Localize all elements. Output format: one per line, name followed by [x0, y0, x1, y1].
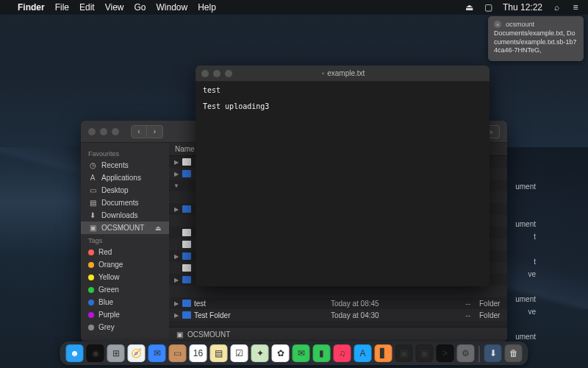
file-icon: [182, 241, 191, 248]
sidebar-item-label: Documents: [101, 199, 139, 207]
row-date: Today at 08:45: [331, 300, 441, 308]
clock[interactable]: Thu 12:22: [503, 2, 542, 13]
back-button[interactable]: ‹: [131, 125, 147, 138]
editor-titlebar[interactable]: ▫ example.txt: [196, 66, 490, 82]
dock-game[interactable]: ▣: [395, 344, 413, 362]
minimize-button[interactable]: [100, 128, 107, 135]
dock-launchpad[interactable]: ⊞: [107, 344, 125, 362]
notification[interactable]: × ocsmount Documents/example.txt, Docume…: [488, 16, 584, 61]
kind-fragment: [496, 193, 540, 205]
minimize-button[interactable]: [213, 70, 220, 77]
sidebar-tag-green[interactable]: Green: [81, 283, 169, 296]
finder-sidebar: Favourites ◷RecentsAApplications▭Desktop…: [81, 143, 169, 342]
notification-body: Documents/example.txt, Documents/example…: [494, 29, 578, 55]
zoom-button[interactable]: [225, 70, 232, 77]
sidebar-tag-red[interactable]: Red: [81, 246, 169, 258]
kind-column-peek: umentumentttveumentveument: [496, 143, 540, 343]
disclosure-icon[interactable]: ▶: [173, 171, 179, 177]
sidebar-tag-yellow[interactable]: Yellow: [81, 271, 169, 283]
sidebar-tag-grey[interactable]: Grey: [81, 321, 169, 333]
dock-downloads[interactable]: ⬇: [484, 344, 502, 362]
disclosure-icon[interactable]: ▶: [173, 253, 179, 260]
document-icon: ▫: [322, 69, 325, 77]
dock-appstore[interactable]: A: [354, 344, 372, 362]
table-row[interactable]: [169, 286, 507, 297]
sidebar-item-downloads[interactable]: ⬇Downloads: [81, 209, 169, 222]
dock-finder[interactable]: ☻: [66, 344, 84, 362]
sidebar-item-desktop[interactable]: ▭Desktop: [81, 184, 169, 197]
menu-help[interactable]: Help: [198, 2, 216, 13]
dock-game2[interactable]: ▣: [416, 344, 434, 362]
sidebar-item-documents[interactable]: ▤Documents: [81, 197, 169, 209]
forward-button[interactable]: ›: [147, 125, 163, 138]
menu-edit[interactable]: Edit: [79, 2, 95, 13]
tag-label: Grey: [98, 323, 115, 331]
folder-icon: [182, 300, 191, 307]
disclosure-icon[interactable]: ▶: [173, 312, 179, 319]
eject-icon[interactable]: ⏏: [155, 224, 162, 232]
sidebar-tag-blue[interactable]: Blue: [81, 296, 169, 308]
zoom-button[interactable]: [112, 128, 119, 135]
dock-notes[interactable]: ▤: [210, 344, 228, 362]
disclosure-icon[interactable]: ▶: [173, 300, 179, 307]
sidebar-item-recents[interactable]: ◷Recents: [81, 159, 169, 171]
tag-label: Orange: [98, 261, 123, 269]
notifications-icon[interactable]: ≡: [570, 2, 581, 13]
sidebar-item-ocsmount[interactable]: ▣OCSMOUNT⏏: [81, 222, 169, 234]
dock-calendar[interactable]: 16: [190, 344, 207, 362]
close-button[interactable]: [88, 128, 96, 135]
notification-app: ocsmount: [506, 21, 534, 28]
menu-file[interactable]: File: [55, 2, 69, 13]
dock-mail[interactable]: ✉: [148, 344, 166, 362]
menu-go[interactable]: Go: [135, 2, 146, 13]
dock-itunes[interactable]: ♫: [334, 344, 351, 362]
dock-preferences[interactable]: ⚙: [457, 344, 475, 362]
dock-safari[interactable]: 🧭: [128, 344, 146, 362]
file-icon: [182, 264, 191, 272]
sidebar-tags-header: Tags: [81, 234, 169, 246]
sidebar-item-applications[interactable]: AApplications: [81, 171, 169, 184]
disclosure-icon[interactable]: ▼: [173, 183, 179, 189]
dock-maps[interactable]: ✦: [251, 344, 269, 362]
folder-icon: [182, 276, 191, 283]
dock-contacts[interactable]: ▭: [169, 344, 187, 362]
disclosure-icon[interactable]: ▶: [173, 206, 179, 213]
dock-facetime[interactable]: ▮: [313, 344, 331, 362]
editor-content[interactable]: test Test uploading3: [196, 82, 490, 286]
path-bar[interactable]: ▣ OCSMOUNT: [169, 327, 507, 342]
dock-trash[interactable]: 🗑: [505, 344, 523, 362]
kind-fragment: [496, 168, 540, 180]
menu-view[interactable]: View: [105, 2, 124, 13]
app-menu[interactable]: Finder: [18, 2, 45, 13]
sidebar-favourites-header: Favourites: [81, 147, 169, 159]
close-icon[interactable]: ×: [494, 21, 501, 28]
disclosure-icon[interactable]: ▶: [173, 277, 179, 283]
dock-siri[interactable]: ◉: [87, 344, 104, 362]
kind-fragment: t: [496, 255, 540, 268]
row-size: --: [441, 300, 470, 308]
text-editor-window: ▫ example.txt test Test uploading3: [196, 66, 490, 286]
spotlight-icon[interactable]: ⌕: [551, 2, 562, 13]
volume-icon[interactable]: ⏏: [465, 2, 475, 13]
menu-window[interactable]: Window: [157, 2, 188, 13]
airplay-icon[interactable]: ▢: [484, 2, 494, 13]
row-name: test: [194, 300, 206, 308]
close-button[interactable]: [201, 70, 209, 77]
tag-label: Green: [98, 286, 119, 294]
disclosure-icon[interactable]: ▶: [173, 159, 179, 166]
dock-terminal[interactable]: >: [437, 344, 454, 362]
kind-fragment: ument: [496, 293, 540, 305]
traffic-lights: [88, 128, 119, 135]
kind-fragment: ument: [496, 180, 540, 193]
dock-books[interactable]: ▋: [375, 344, 392, 362]
table-row[interactable]: ▶testToday at 08:45--Folder: [169, 297, 507, 309]
dock-messages[interactable]: ✉: [293, 344, 310, 362]
dock-reminders[interactable]: ☑: [231, 344, 248, 362]
sidebar-tag-orange[interactable]: Orange: [81, 258, 169, 271]
dock: ☻◉⊞🧭✉▭16▤☑✦✿✉▮♫A▋▣▣>⚙⬇🗑: [60, 342, 528, 365]
folder-icon: [182, 311, 191, 319]
table-row[interactable]: ▶Test FolderToday at 04:30--Folder: [169, 309, 507, 321]
menubar-right: ⏏ ▢ Thu 12:22 ⌕ ≡: [465, 2, 581, 13]
sidebar-tag-purple[interactable]: Purple: [81, 308, 169, 321]
dock-photos[interactable]: ✿: [272, 344, 290, 362]
